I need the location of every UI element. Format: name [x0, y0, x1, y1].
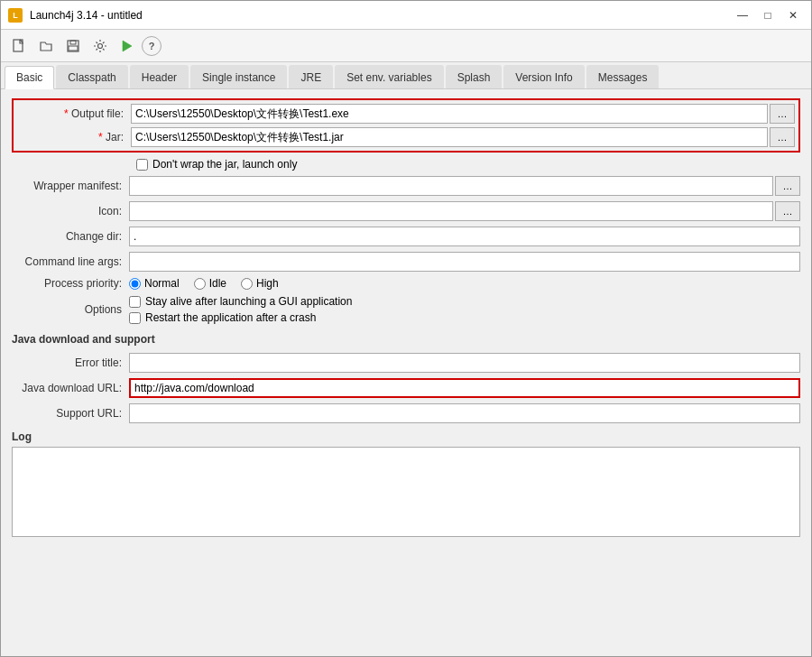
output-file-input[interactable]: [131, 104, 768, 124]
new-icon: [12, 39, 26, 53]
process-priority-group: Process priority: Normal Idle High: [12, 277, 800, 290]
cmd-args-label: Command line args:: [12, 255, 129, 268]
change-dir-input[interactable]: [129, 227, 800, 246]
run-button[interactable]: [115, 33, 140, 59]
priority-high-radio[interactable]: [241, 278, 253, 290]
restart-crash-checkbox[interactable]: [129, 312, 141, 324]
browse-icon-2: …: [778, 132, 788, 143]
browse-icon-3: …: [783, 180, 793, 191]
tab-messages[interactable]: Messages: [586, 65, 660, 88]
icon-browse-button[interactable]: …: [775, 201, 800, 221]
options-group: Options Stay alive after launching a GUI…: [12, 295, 800, 324]
wrapper-manifest-group: Wrapper manifest: …: [12, 176, 800, 196]
tab-basic[interactable]: Basic: [5, 66, 54, 89]
app-icon: L: [8, 8, 23, 23]
main-content: Output file: … Jar: …: [1, 89, 811, 656]
svg-rect-4: [69, 46, 78, 51]
java-download-url-input[interactable]: [129, 378, 800, 398]
priority-normal-label[interactable]: Normal: [129, 277, 180, 290]
java-download-section-header: Java download and support: [12, 333, 800, 347]
tab-splash[interactable]: Splash: [446, 65, 503, 88]
svg-marker-6: [123, 41, 132, 51]
icon-field-label: Icon:: [12, 205, 129, 217]
priority-idle-radio[interactable]: [194, 278, 206, 290]
settings-button[interactable]: [88, 33, 113, 59]
run-icon: [120, 39, 134, 53]
save-icon: [66, 39, 80, 53]
help-button[interactable]: ?: [142, 36, 161, 56]
tab-single-instance[interactable]: Single instance: [190, 65, 287, 88]
basic-form: Output file: … Jar: …: [12, 98, 800, 540]
dont-wrap-label[interactable]: Don't wrap the jar, launch only: [152, 158, 297, 171]
options-checkboxes: Stay alive after launching a GUI applica…: [129, 295, 352, 324]
options-label: Options: [12, 303, 129, 316]
error-title-input[interactable]: [129, 353, 800, 373]
open-icon: [39, 39, 53, 53]
jar-input[interactable]: [131, 127, 768, 147]
jar-browse-button[interactable]: …: [770, 127, 795, 147]
svg-point-5: [98, 43, 103, 48]
tab-set-env-variables[interactable]: Set env. variables: [335, 65, 444, 88]
stay-alive-label[interactable]: Stay alive after launching a GUI applica…: [145, 295, 352, 308]
tab-bar: Basic Classpath Header Single instance J…: [1, 62, 811, 89]
maximize-button[interactable]: □: [757, 6, 779, 24]
priority-normal-radio[interactable]: [129, 278, 141, 290]
window-controls: — □ ✕: [732, 6, 804, 24]
jar-label: Jar:: [14, 131, 131, 143]
close-button[interactable]: ✕: [782, 6, 804, 24]
tab-header[interactable]: Header: [130, 65, 189, 88]
tab-classpath[interactable]: Classpath: [56, 65, 127, 88]
help-icon: ?: [149, 41, 155, 51]
browse-icon: …: [778, 108, 788, 119]
minimize-button[interactable]: —: [732, 6, 753, 24]
support-url-label: Support URL:: [12, 407, 129, 420]
change-dir-group: Change dir:: [12, 227, 800, 246]
icon-group: Icon: …: [12, 201, 800, 221]
wrapper-manifest-input[interactable]: [129, 176, 773, 196]
main-area: Output file: … Jar: …: [1, 89, 811, 656]
title-bar: L Launch4j 3.14 - untitled — □ ✕: [1, 1, 811, 30]
open-button[interactable]: [33, 33, 59, 59]
tab-version-info[interactable]: Version Info: [503, 65, 584, 88]
gear-icon: [93, 39, 107, 53]
output-file-group: Output file: …: [14, 104, 795, 124]
window-title: Launch4j 3.14 - untitled: [30, 9, 732, 22]
new-button[interactable]: [6, 33, 32, 59]
dont-wrap-checkbox[interactable]: [136, 159, 148, 171]
browse-icon-4: …: [783, 206, 793, 217]
log-section: Log: [12, 430, 800, 540]
wrapper-manifest-browse-button[interactable]: …: [775, 176, 800, 196]
output-file-browse-button[interactable]: …: [770, 104, 795, 124]
log-label: Log: [12, 430, 800, 443]
output-file-label: Output file:: [14, 107, 131, 120]
java-download-url-label: Java download URL:: [12, 382, 129, 394]
wrapper-manifest-label: Wrapper manifest:: [12, 180, 129, 192]
process-priority-label: Process priority:: [12, 277, 129, 290]
tab-jre[interactable]: JRE: [289, 65, 333, 88]
toolbar: ?: [1, 30, 811, 62]
cmd-args-group: Command line args:: [12, 252, 800, 272]
error-title-label: Error title:: [12, 356, 129, 369]
priority-high-label[interactable]: High: [241, 277, 279, 290]
cmd-args-input[interactable]: [129, 252, 800, 272]
priority-idle-label[interactable]: Idle: [194, 277, 226, 290]
save-button[interactable]: [60, 33, 86, 59]
stay-alive-checkbox[interactable]: [129, 296, 141, 308]
java-download-url-group: Java download URL:: [12, 378, 800, 398]
icon-input[interactable]: [129, 201, 773, 221]
log-textarea[interactable]: [12, 447, 800, 537]
dont-wrap-row: Don't wrap the jar, launch only: [136, 158, 800, 171]
error-title-group: Error title:: [12, 353, 800, 373]
main-window: L Launch4j 3.14 - untitled — □ ✕: [0, 0, 812, 657]
restart-crash-label[interactable]: Restart the application after a crash: [145, 311, 316, 324]
jar-group: Jar: …: [14, 127, 795, 147]
support-url-group: Support URL:: [12, 403, 800, 423]
change-dir-label: Change dir:: [12, 230, 129, 243]
priority-radio-group: Normal Idle High: [129, 277, 279, 290]
support-url-input[interactable]: [129, 403, 800, 423]
output-jar-group: Output file: … Jar: …: [12, 98, 800, 153]
